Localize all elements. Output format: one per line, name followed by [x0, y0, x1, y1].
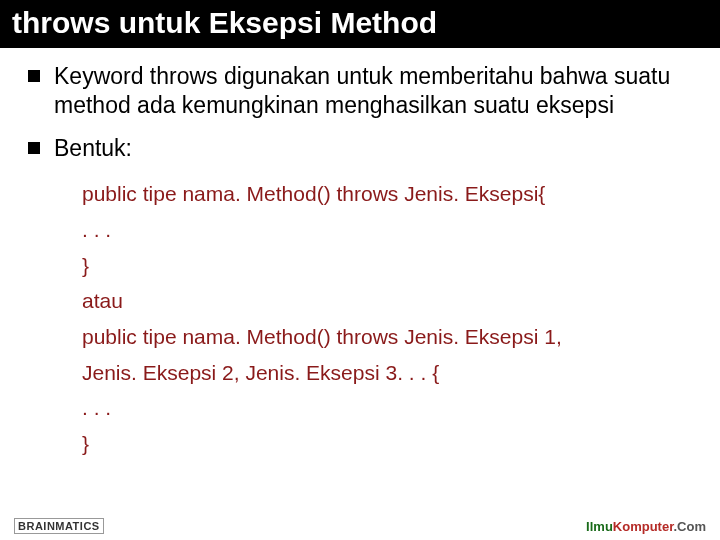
code-block: public tipe nama. Method() throws Jenis.… — [82, 176, 692, 462]
slide-title: throws untuk Eksepsi Method — [12, 6, 437, 39]
code-line: } — [82, 426, 692, 462]
logo-part-ilmu: Ilmu — [586, 519, 613, 534]
ilmukomputer-logo: IlmuKomputer.Com — [586, 519, 706, 534]
footer-logo-left: BRAINMATICS — [14, 518, 104, 534]
slide-footer: BRAINMATICS IlmuKomputer.Com — [0, 518, 720, 534]
code-line: Jenis. Eksepsi 2, Jenis. Eksepsi 3. . . … — [82, 355, 692, 391]
bullet-text: Bentuk: — [54, 134, 132, 163]
code-line: . . . — [82, 390, 692, 426]
bullet-text: Keyword throws digunakan untuk memberita… — [54, 62, 692, 120]
code-line: atau — [82, 283, 692, 319]
logo-part-komputer: Komputer — [613, 519, 674, 534]
bullet-marker-icon — [28, 142, 40, 154]
slide-title-bar: throws untuk Eksepsi Method — [0, 0, 720, 48]
brainmatics-logo: BRAINMATICS — [14, 518, 104, 534]
code-line: } — [82, 248, 692, 284]
code-line: public tipe nama. Method() throws Jenis.… — [82, 319, 692, 355]
bullet-item: Keyword throws digunakan untuk memberita… — [28, 62, 692, 120]
slide-content: Keyword throws digunakan untuk memberita… — [0, 48, 720, 462]
bullet-item: Bentuk: — [28, 134, 692, 163]
code-line: . . . — [82, 212, 692, 248]
footer-logo-right: IlmuKomputer.Com — [586, 519, 706, 534]
logo-part-com: .Com — [674, 519, 707, 534]
bullet-marker-icon — [28, 70, 40, 82]
code-line: public tipe nama. Method() throws Jenis.… — [82, 176, 692, 212]
